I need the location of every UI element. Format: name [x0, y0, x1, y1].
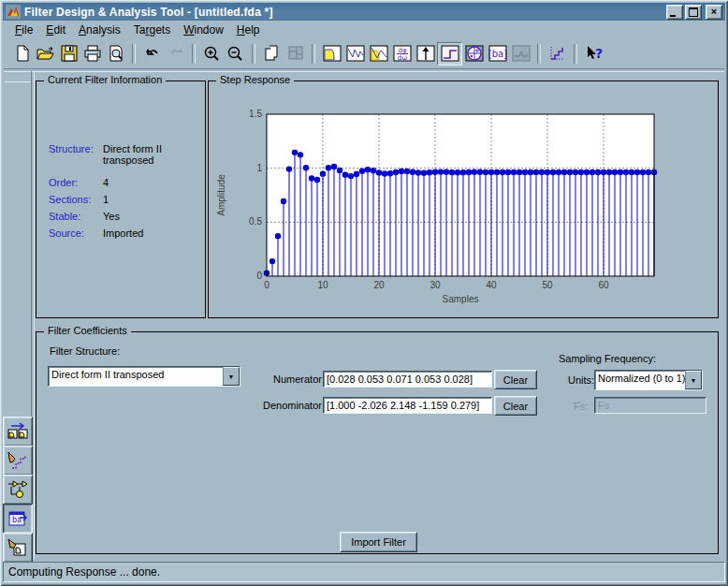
toolbar: dφdω [ba] ? — [4, 39, 724, 67]
svg-text:0: 0 — [264, 280, 269, 290]
open-icon[interactable] — [34, 43, 57, 65]
matlab-fdatool-icon — [6, 5, 21, 19]
svg-text:30: 30 — [430, 280, 441, 290]
menu-help[interactable]: Help — [230, 22, 267, 37]
app-window: Filter Design & Analysis Tool - [untitle… — [0, 0, 728, 586]
clear-numerator-button[interactable]: Clear — [494, 370, 537, 389]
filter-structure-label: Filter Structure: — [50, 345, 120, 357]
impulse-response-icon[interactable] — [414, 43, 437, 65]
menu-targets[interactable]: Targets — [127, 22, 177, 37]
svg-text:0: 0 — [256, 271, 262, 281]
svg-text:10: 10 — [317, 280, 328, 290]
denominator-label: Denominator: — [257, 400, 325, 411]
numerator-field[interactable]: [0.028 0.053 0.071 0.053 0.028] — [323, 371, 492, 388]
new-icon[interactable] — [10, 43, 34, 65]
menu-bar: File Edit Analysis Targets Window Help — [4, 22, 724, 38]
chevron-down-icon[interactable]: ▼ — [223, 367, 240, 386]
svg-text:1: 1 — [256, 163, 262, 173]
toolbar-separator — [537, 44, 541, 64]
info-row-source: Source:Imported — [49, 227, 197, 239]
denominator-field[interactable]: [1.000 -2.026 2.148 -1.159 0.279] — [323, 397, 492, 414]
step-response-plot: 00.511.50102030405060SamplesAmplitude — [210, 82, 715, 315]
info-row-order: Order:4 — [49, 177, 197, 188]
filter-coefficients-panel: Filter Coefficients Filter Structure: Di… — [36, 331, 719, 554]
toolbar-separator — [312, 44, 315, 64]
toolbar-separator — [192, 44, 196, 64]
current-filter-info-panel: Current Filter Information Structure:Dir… — [36, 81, 206, 318]
design-filter-button[interactable] — [3, 533, 33, 563]
import-filter-button[interactable]: ba — [3, 504, 33, 534]
numerator-label: Numerator: — [269, 374, 325, 385]
info-row-sections: Sections:1 — [49, 194, 197, 205]
print-icon[interactable] — [80, 43, 104, 65]
magnitude-response-icon[interactable] — [320, 43, 343, 65]
svg-text:dφ: dφ — [398, 47, 406, 54]
toolbar-separator — [132, 44, 136, 64]
redo-icon — [164, 43, 187, 65]
title-bar: Filter Design & Analysis Tool - [untitle… — [3, 3, 725, 21]
panel-title: Filter Coefficients — [44, 325, 131, 336]
step-response-panel: Step Response 00.511.50102030405060Sampl… — [208, 81, 719, 318]
copy-figure-icon[interactable] — [260, 43, 284, 65]
zoom-out-icon[interactable] — [224, 43, 247, 65]
transform-filter-button[interactable] — [3, 417, 33, 447]
status-text: Computing Response ... done. — [8, 565, 160, 579]
zoom-in-icon[interactable] — [200, 43, 224, 65]
toolbar-separator — [574, 44, 577, 64]
step-response-icon[interactable] — [437, 42, 462, 66]
info-row-stable: Stable:Yes — [49, 211, 197, 222]
filter-structure-select[interactable]: Direct form II transposed ▼ — [48, 366, 240, 387]
menu-window[interactable]: Window — [177, 22, 230, 37]
realize-model-button[interactable] — [3, 475, 33, 505]
menu-file[interactable]: File — [8, 22, 39, 37]
svg-text:dω: dω — [397, 54, 406, 62]
chevron-down-icon[interactable]: ▼ — [685, 371, 702, 389]
clear-denominator-button[interactable]: Clear — [494, 396, 537, 416]
svg-text:Amplitude: Amplitude — [216, 174, 226, 216]
units-label: Units: — [568, 374, 594, 386]
fs-field: Fs — [594, 397, 706, 414]
close-icon[interactable]: × — [706, 5, 722, 20]
fs-label: Fs: — [574, 401, 588, 412]
coefficients-icon[interactable]: [ba] — [486, 43, 509, 65]
undo-icon[interactable] — [140, 43, 164, 65]
import-filter-action-button[interactable]: Import Filter — [340, 532, 417, 552]
filter-info-icon — [509, 43, 532, 65]
magnitude-phase-icon[interactable] — [367, 43, 390, 65]
svg-text:0.5: 0.5 — [249, 216, 262, 227]
svg-text:1.5: 1.5 — [249, 109, 262, 119]
menu-edit[interactable]: Edit — [39, 22, 72, 37]
svg-text:?: ? — [594, 46, 602, 61]
svg-text:50: 50 — [542, 280, 553, 290]
svg-text:Samples: Samples — [443, 294, 479, 304]
svg-text:60: 60 — [598, 280, 609, 290]
status-bar: Computing Response ... done. — [3, 562, 725, 582]
save-icon[interactable] — [57, 43, 80, 65]
phase-response-icon[interactable] — [343, 43, 367, 65]
group-delay-icon[interactable]: dφdω — [390, 43, 414, 65]
window-title: Filter Design & Analysis Tool - [untitle… — [24, 6, 273, 19]
sidebar-highlight — [5, 81, 31, 82]
quantization-icon[interactable] — [546, 43, 569, 65]
print-preview-icon[interactable] — [104, 43, 127, 65]
svg-text:20: 20 — [373, 280, 385, 290]
menu-analysis[interactable]: Analysis — [72, 22, 127, 37]
set-quantization-button[interactable] — [3, 446, 33, 476]
toolbar-separator — [252, 44, 255, 64]
print-layout-icon — [284, 43, 307, 65]
pole-zero-icon[interactable] — [462, 43, 486, 65]
minimize-icon[interactable] — [666, 5, 683, 20]
svg-text:[ba]: [ba] — [488, 49, 507, 59]
panel-title: Current Filter Information — [44, 74, 166, 85]
svg-text:40: 40 — [486, 280, 497, 290]
whats-this-help-icon[interactable]: ? — [582, 43, 605, 65]
units-select[interactable]: Normalized (0 to 1) ▼ — [594, 370, 703, 390]
maximize-icon[interactable] — [685, 5, 702, 20]
sampling-frequency-label: Sampling Frequency: — [559, 353, 656, 364]
info-row-structure: Structure:Direct form II transposed — [49, 143, 197, 166]
toolbar-divider — [4, 68, 724, 72]
